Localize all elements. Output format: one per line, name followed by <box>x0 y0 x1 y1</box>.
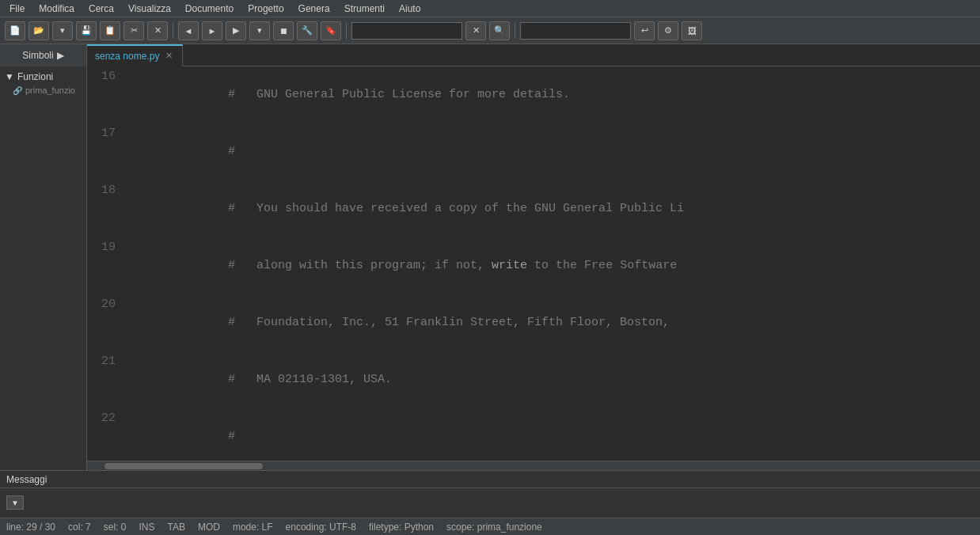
status-col: col: 7 <box>68 522 91 533</box>
comment-span: # <box>228 430 235 443</box>
save-button[interactable]: 💾 <box>76 21 97 40</box>
code-table: 16 # GNU General Public License for more… <box>87 66 980 461</box>
line-num-16: 16 <box>87 66 125 123</box>
write-highlight: write <box>492 259 527 272</box>
status-line-col: line: 29 / 30 <box>6 522 55 533</box>
messages-toggle-button[interactable]: ▼ <box>6 495 24 510</box>
comment-span: # <box>228 145 235 158</box>
line-content-18[interactable]: # You should have received a copy of the… <box>125 180 980 237</box>
status-ins: INS <box>139 522 154 533</box>
bookmarks-button[interactable]: 🔖 <box>321 21 341 40</box>
table-row: 17 # <box>87 123 980 180</box>
forward-button[interactable]: ► <box>202 21 222 40</box>
settings-button[interactable]: ⚙ <box>658 21 678 40</box>
status-sel: sel: 0 <box>104 522 127 533</box>
status-scope: scope: prima_funzione <box>446 522 542 533</box>
search-clear-button[interactable]: ✕ <box>465 21 486 40</box>
separator-2 <box>346 23 347 39</box>
funzioni-expand-icon: ▼ <box>5 71 14 82</box>
symbols-label: Simboli <box>22 50 53 61</box>
sidebar: ▼ Funzioni 🔗 prima_funzio <box>0 66 87 470</box>
comment-span: # along with this program; if not, <box>228 259 492 272</box>
sidebar-item-label: prima_funzio <box>25 85 75 95</box>
run-dropdown[interactable]: ▾ <box>249 21 270 40</box>
toolbar-dropdown[interactable]: ▾ <box>52 21 73 40</box>
messages-header: Messaggi <box>0 471 980 488</box>
status-encoding: encoding: UTF-8 <box>286 522 356 533</box>
menu-cerca[interactable]: Cerca <box>82 2 120 16</box>
line-content-19[interactable]: # along with this program; if not, write… <box>125 237 980 294</box>
tabbar: Simboli ▶ senza nome.py ✕ <box>0 44 980 66</box>
new-button[interactable]: 📄 <box>5 21 25 40</box>
messages-content: ▼ <box>0 488 980 517</box>
replace-button[interactable]: ↩ <box>634 21 655 40</box>
comment-span: # MA 02110-1301, USA. <box>228 373 392 386</box>
menu-progetto[interactable]: Progetto <box>241 2 290 16</box>
sidebar-item-prima-funzio[interactable]: 🔗 prima_funzio <box>0 84 86 97</box>
saveas-button[interactable]: 📋 <box>100 21 120 40</box>
line-num-19: 19 <box>87 237 125 294</box>
line-content-17[interactable]: # <box>125 123 980 180</box>
menu-genera[interactable]: Genera <box>292 2 336 16</box>
symbols-toggle[interactable]: Simboli ▶ <box>0 44 87 66</box>
table-row: 19 # along with this program; if not, wr… <box>87 237 980 294</box>
comment-span2: to the Free Software <box>527 259 677 272</box>
menu-file[interactable]: File <box>3 2 31 16</box>
line-num-21: 21 <box>87 351 125 408</box>
status-mode: mode: LF <box>233 522 273 533</box>
statusbar: line: 29 / 30 col: 7 sel: 0 INS TAB MOD … <box>0 518 980 535</box>
open-button[interactable]: 📂 <box>28 21 49 40</box>
editor-area: 16 # GNU General Public License for more… <box>87 66 980 470</box>
stop-button[interactable]: ⏹ <box>273 21 294 40</box>
comment-span: # Foundation, Inc., 51 Franklin Street, … <box>228 316 670 329</box>
menu-aiuto[interactable]: Aiuto <box>393 2 427 16</box>
close-button[interactable]: ✕ <box>147 21 168 40</box>
table-row: 20 # Foundation, Inc., 51 Franklin Stree… <box>87 294 980 351</box>
run-button[interactable]: ▶ <box>226 21 246 40</box>
debug-button[interactable]: 🔧 <box>297 21 317 40</box>
messages-label: Messaggi <box>6 474 47 485</box>
replace-input[interactable] <box>520 22 631 40</box>
line-content-16[interactable]: # GNU General Public License for more de… <box>125 66 980 123</box>
menubar: File Modifica Cerca Visualizza Documento… <box>0 0 980 17</box>
toolbar: 📄 📂 ▾ 💾 📋 ✂ ✕ ◄ ► ▶ ▾ ⏹ 🔧 🔖 ✕ 🔍 ↩ ⚙ 🖼 <box>0 17 980 44</box>
main-content: ▼ Funzioni 🔗 prima_funzio 16 # GNU Gener… <box>0 66 980 470</box>
link-icon: 🔗 <box>13 86 22 95</box>
search-go-button[interactable]: 🔍 <box>489 21 510 40</box>
comment-span: # GNU General Public License for more de… <box>228 88 570 101</box>
funzioni-label: Funzioni <box>17 71 53 82</box>
separator-1 <box>173 23 173 39</box>
line-content-20[interactable]: # Foundation, Inc., 51 Franklin Street, … <box>125 294 980 351</box>
line-content-21[interactable]: # MA 02110-1301, USA. <box>125 351 980 408</box>
status-mod: MOD <box>198 522 220 533</box>
menu-strumenti[interactable]: Strumenti <box>338 2 391 16</box>
status-tab: TAB <box>167 522 184 533</box>
menu-visualizza[interactable]: Visualizza <box>122 2 177 16</box>
table-row: 16 # GNU General Public License for more… <box>87 66 980 123</box>
separator-3 <box>515 23 515 39</box>
tab-senza-nome[interactable]: senza nome.py ✕ <box>87 44 183 66</box>
line-num-18: 18 <box>87 180 125 237</box>
table-row: 18 # You should have received a copy of … <box>87 180 980 237</box>
line-num-20: 20 <box>87 294 125 351</box>
tab-close-icon[interactable]: ✕ <box>164 51 174 61</box>
line-content-22[interactable]: # <box>125 408 980 461</box>
menu-documento[interactable]: Documento <box>179 2 240 16</box>
line-num-22: 22 <box>87 408 125 461</box>
back-button[interactable]: ◄ <box>178 21 199 40</box>
sidebar-section-funzioni[interactable]: ▼ Funzioni <box>0 70 86 84</box>
table-row: 21 # MA 02110-1301, USA. <box>87 351 980 408</box>
comment-span: # You should have received a copy of the… <box>228 202 684 215</box>
bottom-panel: Messaggi ▼ <box>0 470 980 518</box>
code-scroll[interactable]: 16 # GNU General Public License for more… <box>87 66 980 461</box>
status-filetype: filetype: Python <box>369 522 434 533</box>
scrollbar-thumb[interactable] <box>104 463 263 469</box>
cut-button[interactable]: ✂ <box>123 21 144 40</box>
table-row: 22 # <box>87 408 980 461</box>
tab-filename: senza nome.py <box>95 51 159 62</box>
menu-modifica[interactable]: Modifica <box>32 2 81 16</box>
search-input[interactable] <box>351 22 462 40</box>
horizontal-scrollbar[interactable] <box>87 461 980 470</box>
line-num-17: 17 <box>87 123 125 180</box>
photo-button[interactable]: 🖼 <box>682 21 702 40</box>
